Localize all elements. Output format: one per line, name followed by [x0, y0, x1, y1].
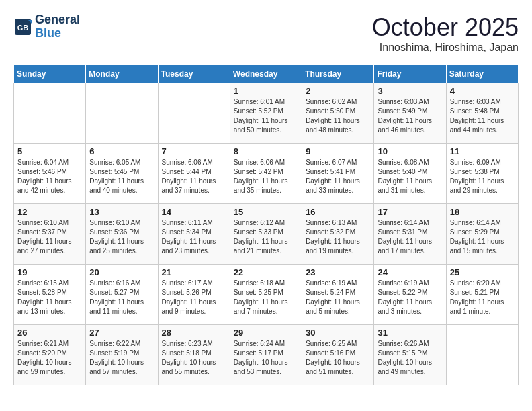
day-number: 13 — [89, 207, 154, 217]
calendar-cell: 25Sunrise: 6:20 AM Sunset: 5:21 PM Dayli… — [446, 265, 518, 325]
month-title: October 2025 — [372, 13, 519, 42]
logo-icon: GB — [13, 17, 32, 36]
calendar-cell: 24Sunrise: 6:19 AM Sunset: 5:22 PM Dayli… — [374, 265, 446, 325]
calendar-cell: 28Sunrise: 6:23 AM Sunset: 5:18 PM Dayli… — [158, 325, 230, 385]
calendar-cell: 5Sunrise: 6:04 AM Sunset: 5:46 PM Daylig… — [14, 144, 86, 204]
day-number: 29 — [234, 328, 298, 338]
logo-text: General Blue — [35, 13, 80, 40]
calendar-cell: 17Sunrise: 6:14 AM Sunset: 5:31 PM Dayli… — [374, 204, 446, 265]
day-info: Sunrise: 6:18 AM Sunset: 5:25 PM Dayligh… — [234, 279, 298, 316]
calendar-cell: 22Sunrise: 6:18 AM Sunset: 5:25 PM Dayli… — [230, 265, 302, 325]
calendar-cell: 3Sunrise: 6:03 AM Sunset: 5:49 PM Daylig… — [374, 83, 446, 144]
weekday-header-saturday: Saturday — [446, 65, 518, 83]
page-header: GB General Blue October 2025 Innoshima, … — [13, 13, 519, 54]
day-number: 14 — [162, 207, 226, 217]
day-info: Sunrise: 6:11 AM Sunset: 5:34 PM Dayligh… — [162, 218, 226, 256]
calendar-cell: 19Sunrise: 6:15 AM Sunset: 5:28 PM Dayli… — [14, 265, 86, 325]
day-number: 16 — [306, 207, 370, 217]
day-info: Sunrise: 6:24 AM Sunset: 5:17 PM Dayligh… — [234, 339, 298, 377]
day-number: 1 — [234, 86, 298, 96]
day-info: Sunrise: 6:09 AM Sunset: 5:38 PM Dayligh… — [450, 158, 515, 195]
day-number: 26 — [17, 328, 82, 338]
calendar-cell: 4Sunrise: 6:03 AM Sunset: 5:48 PM Daylig… — [446, 83, 518, 144]
day-number: 27 — [89, 328, 154, 338]
day-info: Sunrise: 6:12 AM Sunset: 5:33 PM Dayligh… — [234, 218, 298, 256]
weekday-header-thursday: Thursday — [302, 65, 374, 83]
day-info: Sunrise: 6:06 AM Sunset: 5:44 PM Dayligh… — [162, 158, 226, 195]
calendar-cell: 9Sunrise: 6:07 AM Sunset: 5:41 PM Daylig… — [302, 144, 374, 204]
day-number: 28 — [162, 328, 226, 338]
day-number: 19 — [17, 267, 82, 277]
day-number: 22 — [234, 267, 298, 277]
day-info: Sunrise: 6:03 AM Sunset: 5:49 PM Dayligh… — [378, 97, 442, 135]
day-info: Sunrise: 6:19 AM Sunset: 5:22 PM Dayligh… — [378, 279, 442, 316]
day-number: 24 — [378, 267, 442, 277]
calendar-cell — [158, 83, 230, 144]
day-number: 9 — [306, 146, 370, 156]
day-info: Sunrise: 6:17 AM Sunset: 5:26 PM Dayligh… — [162, 279, 226, 316]
weekday-header-tuesday: Tuesday — [158, 65, 230, 83]
calendar-table: SundayMondayTuesdayWednesdayThursdayFrid… — [13, 64, 519, 385]
weekday-header-monday: Monday — [86, 65, 158, 83]
svg-text:GB: GB — [17, 24, 29, 32]
calendar-cell: 29Sunrise: 6:24 AM Sunset: 5:17 PM Dayli… — [230, 325, 302, 385]
day-info: Sunrise: 6:20 AM Sunset: 5:21 PM Dayligh… — [450, 279, 515, 316]
day-number: 15 — [234, 207, 298, 217]
weekday-header-wednesday: Wednesday — [230, 65, 302, 83]
calendar-cell: 10Sunrise: 6:08 AM Sunset: 5:40 PM Dayli… — [374, 144, 446, 204]
day-number: 6 — [89, 146, 154, 156]
day-number: 20 — [89, 267, 154, 277]
day-number: 30 — [306, 328, 370, 338]
calendar-cell: 26Sunrise: 6:21 AM Sunset: 5:20 PM Dayli… — [14, 325, 86, 385]
day-info: Sunrise: 6:26 AM Sunset: 5:15 PM Dayligh… — [378, 339, 442, 377]
week-row-4: 26Sunrise: 6:21 AM Sunset: 5:20 PM Dayli… — [14, 325, 519, 385]
day-info: Sunrise: 6:14 AM Sunset: 5:29 PM Dayligh… — [450, 218, 515, 256]
day-number: 10 — [378, 146, 442, 156]
day-info: Sunrise: 6:03 AM Sunset: 5:48 PM Dayligh… — [450, 97, 515, 135]
day-info: Sunrise: 6:19 AM Sunset: 5:24 PM Dayligh… — [306, 279, 370, 316]
day-number: 7 — [162, 146, 226, 156]
day-info: Sunrise: 6:05 AM Sunset: 5:45 PM Dayligh… — [89, 158, 154, 195]
calendar-cell: 2Sunrise: 6:02 AM Sunset: 5:50 PM Daylig… — [302, 83, 374, 144]
day-info: Sunrise: 6:23 AM Sunset: 5:18 PM Dayligh… — [162, 339, 226, 377]
calendar-cell: 23Sunrise: 6:19 AM Sunset: 5:24 PM Dayli… — [302, 265, 374, 325]
day-info: Sunrise: 6:06 AM Sunset: 5:42 PM Dayligh… — [234, 158, 298, 195]
title-block: October 2025 Innoshima, Hiroshima, Japan — [372, 13, 519, 54]
week-row-1: 5Sunrise: 6:04 AM Sunset: 5:46 PM Daylig… — [14, 144, 519, 204]
location-subtitle: Innoshima, Hiroshima, Japan — [372, 42, 519, 54]
day-number: 5 — [17, 146, 82, 156]
day-info: Sunrise: 6:10 AM Sunset: 5:36 PM Dayligh… — [89, 218, 154, 256]
weekday-header-sunday: Sunday — [14, 65, 86, 83]
calendar-cell: 1Sunrise: 6:01 AM Sunset: 5:52 PM Daylig… — [230, 83, 302, 144]
calendar-cell: 12Sunrise: 6:10 AM Sunset: 5:37 PM Dayli… — [14, 204, 86, 265]
day-info: Sunrise: 6:21 AM Sunset: 5:20 PM Dayligh… — [17, 339, 82, 377]
calendar-cell: 6Sunrise: 6:05 AM Sunset: 5:45 PM Daylig… — [86, 144, 158, 204]
calendar-cell: 30Sunrise: 6:25 AM Sunset: 5:16 PM Dayli… — [302, 325, 374, 385]
day-number: 4 — [450, 86, 515, 96]
calendar-cell — [446, 325, 518, 385]
day-number: 18 — [450, 207, 515, 217]
day-info: Sunrise: 6:16 AM Sunset: 5:27 PM Dayligh… — [89, 279, 154, 316]
logo: GB General Blue — [13, 13, 80, 40]
day-info: Sunrise: 6:02 AM Sunset: 5:50 PM Dayligh… — [306, 97, 370, 135]
day-number: 8 — [234, 146, 298, 156]
calendar-cell — [14, 83, 86, 144]
day-number: 12 — [17, 207, 82, 217]
calendar-cell: 11Sunrise: 6:09 AM Sunset: 5:38 PM Dayli… — [446, 144, 518, 204]
day-number: 23 — [306, 267, 370, 277]
week-row-3: 19Sunrise: 6:15 AM Sunset: 5:28 PM Dayli… — [14, 265, 519, 325]
day-number: 11 — [450, 146, 515, 156]
calendar-cell: 21Sunrise: 6:17 AM Sunset: 5:26 PM Dayli… — [158, 265, 230, 325]
calendar-cell: 7Sunrise: 6:06 AM Sunset: 5:44 PM Daylig… — [158, 144, 230, 204]
day-info: Sunrise: 6:15 AM Sunset: 5:28 PM Dayligh… — [17, 279, 82, 316]
day-number: 25 — [450, 267, 515, 277]
weekday-header-row: SundayMondayTuesdayWednesdayThursdayFrid… — [14, 65, 519, 83]
day-info: Sunrise: 6:25 AM Sunset: 5:16 PM Dayligh… — [306, 339, 370, 377]
day-info: Sunrise: 6:04 AM Sunset: 5:46 PM Dayligh… — [17, 158, 82, 195]
day-info: Sunrise: 6:14 AM Sunset: 5:31 PM Dayligh… — [378, 218, 442, 256]
day-number: 31 — [378, 328, 442, 338]
calendar-cell: 13Sunrise: 6:10 AM Sunset: 5:36 PM Dayli… — [86, 204, 158, 265]
calendar-cell: 18Sunrise: 6:14 AM Sunset: 5:29 PM Dayli… — [446, 204, 518, 265]
calendar-cell — [86, 83, 158, 144]
day-number: 17 — [378, 207, 442, 217]
